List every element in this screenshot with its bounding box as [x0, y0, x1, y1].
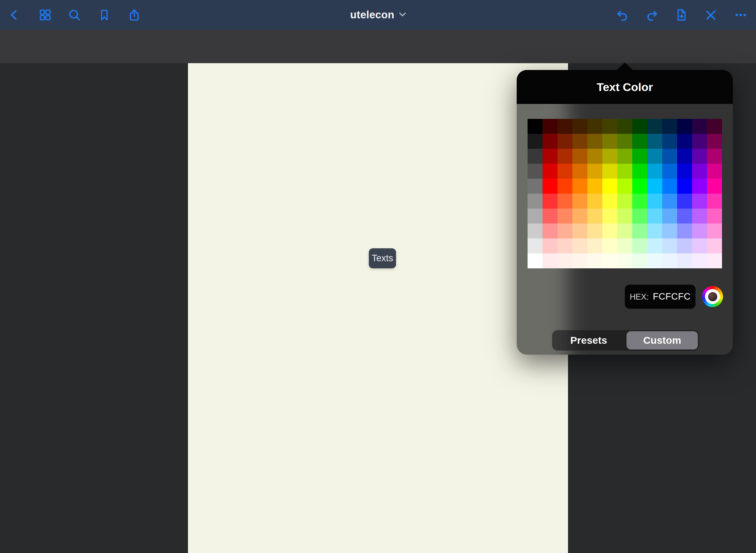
color-swatch[interactable] — [662, 238, 677, 253]
color-swatch[interactable] — [662, 179, 677, 194]
color-swatch[interactable] — [543, 238, 557, 253]
color-swatch[interactable] — [692, 194, 707, 209]
color-swatch[interactable] — [587, 238, 602, 253]
color-swatch[interactable] — [677, 194, 692, 209]
notebook-page[interactable] — [188, 63, 568, 553]
color-swatch[interactable] — [647, 194, 662, 209]
color-swatch[interactable] — [587, 119, 602, 134]
color-swatch[interactable] — [587, 253, 602, 268]
color-swatch[interactable] — [632, 238, 647, 253]
color-swatch[interactable] — [632, 194, 647, 209]
color-swatch[interactable] — [617, 164, 632, 179]
color-swatch[interactable] — [557, 209, 572, 224]
color-swatch[interactable] — [677, 253, 692, 268]
tab-custom[interactable]: Custom — [626, 331, 698, 350]
color-swatch[interactable] — [617, 209, 632, 224]
color-swatch[interactable] — [677, 164, 692, 179]
color-swatch[interactable] — [587, 194, 602, 209]
color-swatch[interactable] — [692, 209, 707, 224]
color-swatch[interactable] — [632, 134, 647, 149]
color-swatch[interactable] — [528, 209, 543, 224]
color-swatch[interactable] — [617, 238, 632, 253]
color-swatch[interactable] — [572, 134, 587, 149]
color-swatch[interactable] — [602, 253, 617, 268]
color-swatch[interactable] — [662, 224, 677, 238]
color-swatch[interactable] — [692, 179, 707, 194]
color-swatch[interactable] — [647, 119, 662, 134]
color-swatch[interactable] — [557, 164, 572, 179]
color-swatch[interactable] — [572, 164, 587, 179]
color-swatch[interactable] — [543, 149, 557, 164]
color-swatch[interactable] — [632, 179, 647, 194]
color-swatch[interactable] — [677, 149, 692, 164]
color-swatch[interactable] — [557, 119, 572, 134]
selected-text-object[interactable]: Texts — [369, 248, 396, 268]
page-thumbnails-icon[interactable] — [38, 7, 53, 22]
color-swatch[interactable] — [557, 149, 572, 164]
color-swatch[interactable] — [647, 134, 662, 149]
color-swatch[interactable] — [572, 179, 587, 194]
color-swatch[interactable] — [557, 134, 572, 149]
color-swatch[interactable] — [692, 238, 707, 253]
color-swatch[interactable] — [572, 119, 587, 134]
color-swatch[interactable] — [692, 164, 707, 179]
color-swatch[interactable] — [528, 253, 543, 268]
color-swatch[interactable] — [707, 209, 722, 224]
color-swatch[interactable] — [602, 209, 617, 224]
color-swatch[interactable] — [543, 224, 557, 238]
color-swatch[interactable] — [677, 209, 692, 224]
color-swatch[interactable] — [543, 179, 557, 194]
color-swatch[interactable] — [557, 238, 572, 253]
redo-icon[interactable] — [645, 7, 659, 22]
color-swatch[interactable] — [543, 209, 557, 224]
color-swatch[interactable] — [692, 134, 707, 149]
color-swatch[interactable] — [707, 164, 722, 179]
color-swatch[interactable] — [662, 119, 677, 134]
color-swatch[interactable] — [602, 179, 617, 194]
color-swatch[interactable] — [602, 134, 617, 149]
color-swatch[interactable] — [572, 209, 587, 224]
color-swatch[interactable] — [543, 164, 557, 179]
color-swatch[interactable] — [707, 238, 722, 253]
color-swatch[interactable] — [528, 164, 543, 179]
color-swatch[interactable] — [692, 224, 707, 238]
color-swatch[interactable] — [617, 149, 632, 164]
color-swatch[interactable] — [572, 238, 587, 253]
color-swatch[interactable] — [572, 224, 587, 238]
color-swatch[interactable] — [707, 194, 722, 209]
add-page-icon[interactable] — [674, 7, 689, 22]
color-swatch[interactable] — [602, 164, 617, 179]
color-swatch[interactable] — [647, 238, 662, 253]
color-swatch[interactable] — [543, 134, 557, 149]
color-swatch[interactable] — [632, 209, 647, 224]
color-swatch[interactable] — [662, 164, 677, 179]
more-icon[interactable] — [733, 7, 748, 22]
color-swatch[interactable] — [587, 134, 602, 149]
color-swatch[interactable] — [662, 134, 677, 149]
color-swatch[interactable] — [617, 224, 632, 238]
color-swatch[interactable] — [662, 149, 677, 164]
color-wheel-icon[interactable] — [702, 286, 723, 307]
color-swatch[interactable] — [677, 224, 692, 238]
color-swatch[interactable] — [587, 209, 602, 224]
color-swatch[interactable] — [707, 134, 722, 149]
color-swatch[interactable] — [632, 119, 647, 134]
color-swatch[interactable] — [557, 253, 572, 268]
color-swatch[interactable] — [662, 209, 677, 224]
stop-editing-icon[interactable] — [703, 7, 718, 22]
color-swatch[interactable] — [632, 149, 647, 164]
color-swatch[interactable] — [543, 119, 557, 134]
color-swatch[interactable] — [677, 134, 692, 149]
color-swatch[interactable] — [707, 179, 722, 194]
tab-presets[interactable]: Presets — [553, 331, 624, 350]
color-swatch[interactable] — [528, 134, 543, 149]
color-swatch[interactable] — [543, 253, 557, 268]
color-swatch[interactable] — [692, 253, 707, 268]
color-swatch[interactable] — [707, 224, 722, 238]
bookmark-icon[interactable] — [97, 7, 112, 22]
back-icon[interactable] — [7, 7, 22, 22]
color-swatch[interactable] — [707, 119, 722, 134]
hex-input[interactable]: HEX: FCFCFC — [625, 285, 695, 309]
color-swatch[interactable] — [647, 164, 662, 179]
color-swatch[interactable] — [677, 119, 692, 134]
